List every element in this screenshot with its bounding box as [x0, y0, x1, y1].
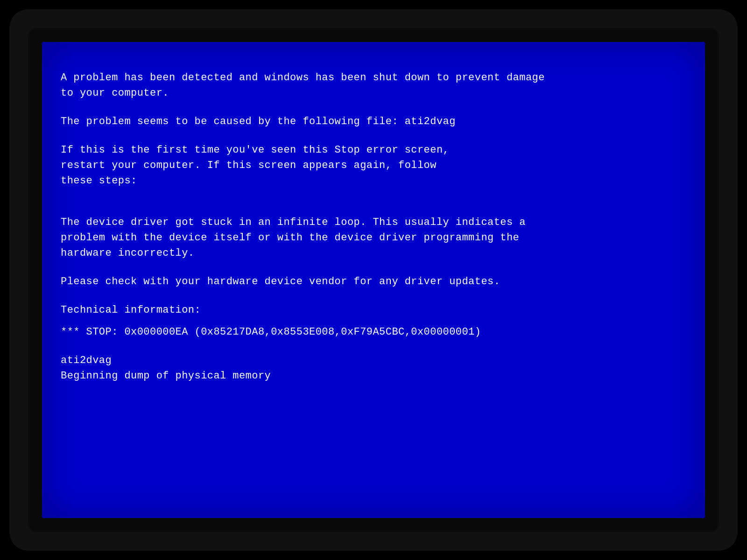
bsod-spacer-4 [61, 202, 686, 215]
monitor-outer: A problem has been detected and windows … [9, 9, 738, 551]
bsod-line-1: A problem has been detected and windows … [61, 70, 686, 85]
bsod-line-9: hardware incorrectly. [61, 245, 686, 261]
bsod-line-13: ati2dvag [61, 353, 686, 368]
bsod-spacer-7 [61, 318, 686, 324]
monitor-bezel: A problem has been detected and windows … [28, 28, 719, 532]
bsod-screen: A problem has been detected and windows … [42, 42, 705, 518]
bsod-line-7: The device driver got stuck in an infini… [61, 215, 686, 230]
bsod-line-12: *** STOP: 0x000000EA (0x85217DA8,0x8553E… [61, 324, 686, 340]
bsod-spacer-3 [61, 189, 686, 202]
bsod-spacer-6 [61, 289, 686, 302]
bsod-line-6: these steps: [61, 173, 686, 189]
bsod-line-4: If this is the first time you've seen th… [61, 142, 686, 158]
bsod-line-11: Technical information: [61, 302, 686, 318]
bsod-spacer-8 [61, 340, 686, 353]
bsod-line-10: Please check with your hardware device v… [61, 274, 686, 289]
bsod-line-5: restart your computer. If this screen ap… [61, 158, 686, 173]
bsod-line-2: to your computer. [61, 85, 686, 101]
bsod-line-3: The problem seems to be caused by the fo… [61, 114, 686, 129]
bsod-line-8: problem with the device itself or with t… [61, 230, 686, 245]
bsod-spacer-2 [61, 129, 686, 142]
bsod-spacer-1 [61, 101, 686, 114]
bsod-spacer-5 [61, 261, 686, 274]
bsod-line-14: Beginning dump of physical memory [61, 368, 686, 384]
bsod-content: A problem has been detected and windows … [61, 70, 686, 384]
